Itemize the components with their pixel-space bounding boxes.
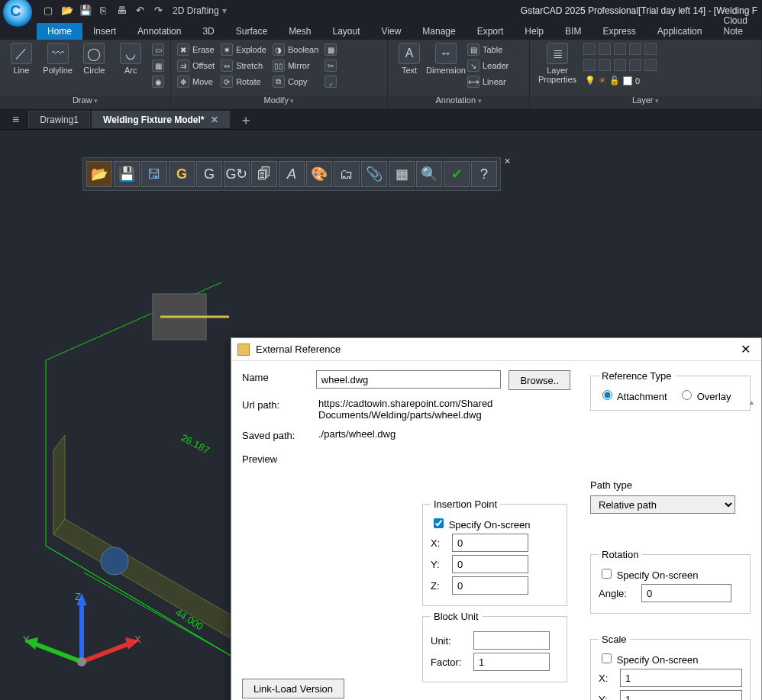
ref-overlay-option[interactable]: Overlay <box>678 391 731 402</box>
cmd-explode[interactable]: ✷Explode <box>219 43 268 56</box>
cmd-leader[interactable]: ↘Leader <box>466 59 510 73</box>
tb-g2-icon[interactable]: G <box>196 161 222 187</box>
tb-check-icon[interactable]: ✔ <box>444 161 470 187</box>
plot-icon[interactable]: 🖶 <box>116 5 127 16</box>
scale-x-input[interactable] <box>620 669 742 687</box>
tab-manage[interactable]: Manage <box>412 23 466 40</box>
linkload-button[interactable]: Link-Load Version <box>242 679 344 698</box>
panel-layer-title[interactable]: Layer <box>530 95 761 109</box>
layer-swatch-icon[interactable] <box>583 43 596 55</box>
layer-swatch-icon[interactable] <box>614 59 626 71</box>
cmd-table[interactable]: ▤Table <box>466 43 510 56</box>
cmd-mod-extra2[interactable]: ✂ <box>323 59 338 73</box>
tab-home[interactable]: Home <box>37 23 82 40</box>
dialog-titlebar[interactable]: External Reference ✕ <box>231 338 761 361</box>
cmd-stretch[interactable]: ⇔Stretch <box>219 59 268 73</box>
layer-swatch-icon[interactable] <box>644 43 657 55</box>
browse-button[interactable]: Browse.. <box>509 370 570 390</box>
tab-layout[interactable]: Layout <box>321 23 370 40</box>
floating-toolbar-close-icon[interactable]: ✕ <box>504 156 511 166</box>
tab-view[interactable]: View <box>371 23 412 40</box>
tb-save-icon[interactable]: 💾 <box>114 161 140 187</box>
floating-toolbar[interactable]: 📂 💾 🖫 G G G↻ 🗐 A 🎨 🗂 📎 ▦ 🔍 ✔ ? ✕ <box>82 157 501 191</box>
layer-swatch-icon[interactable] <box>614 43 626 55</box>
doctab-drawing1[interactable]: Drawing1 <box>28 111 90 128</box>
pathtype-select[interactable]: Relative path <box>590 495 735 514</box>
cmd-mod-extra3[interactable]: ◞ <box>323 75 338 89</box>
cmd-dimension[interactable]: ↔Dimension <box>429 43 463 75</box>
tab-annotation[interactable]: Annotation <box>127 23 192 40</box>
cmd-move[interactable]: ✥Move <box>176 75 216 89</box>
cmd-linear[interactable]: ⟷Linear <box>466 75 510 89</box>
rotation-specify[interactable]: Specify On-screen <box>599 569 699 581</box>
redo-icon[interactable]: ↷ <box>153 5 163 16</box>
tb-text-icon[interactable]: A <box>279 161 305 187</box>
tb-saveall-icon[interactable]: 🖫 <box>141 161 167 187</box>
cmd-arc[interactable]: ◡Arc <box>114 43 147 75</box>
cmd-draw-extra3[interactable]: ◉ <box>150 75 166 89</box>
insertion-specify[interactable]: Specify On-screen <box>431 519 531 531</box>
dialog-close-icon[interactable]: ✕ <box>735 342 755 356</box>
tb-g3-icon[interactable]: G↻ <box>224 161 250 187</box>
panel-modify-title[interactable]: Modify <box>171 95 387 109</box>
saveas-icon[interactable]: ⎘ <box>98 5 108 16</box>
save-icon[interactable]: 💾 <box>79 5 90 16</box>
layer-swatch-icon[interactable] <box>644 59 657 71</box>
cmd-boolean[interactable]: ◑Boolean <box>271 43 320 56</box>
tab-application[interactable]: Application <box>647 23 713 40</box>
tb-find-icon[interactable]: 🗐 <box>251 161 277 187</box>
cmd-rotate[interactable]: ⟳Rotate <box>219 75 268 89</box>
cmd-erase[interactable]: ✖Erase <box>176 43 216 56</box>
panel-draw-title[interactable]: Draw <box>0 95 170 109</box>
tab-express[interactable]: Express <box>592 23 646 40</box>
cmd-layer-properties[interactable]: ≣Layer Properties <box>534 43 580 84</box>
cmd-mod-extra1[interactable]: ▦ <box>323 43 338 56</box>
tb-attach-icon[interactable]: 📎 <box>361 161 387 187</box>
tb-open-icon[interactable]: 📂 <box>86 161 112 187</box>
cmd-draw-extra2[interactable]: ▦ <box>150 59 166 73</box>
open-icon[interactable]: 📂 <box>61 5 72 16</box>
name-input[interactable] <box>316 370 502 389</box>
cmd-line[interactable]: ／Line <box>5 43 38 75</box>
factor-input[interactable] <box>473 653 550 671</box>
cmd-offset[interactable]: ⇉Offset <box>176 59 216 73</box>
workspace-label[interactable]: 2D Drafting <box>173 5 219 16</box>
tb-g1-icon[interactable]: G <box>169 161 195 187</box>
cmd-mirror[interactable]: ▯▯Mirror <box>271 59 320 73</box>
ins-x-input[interactable] <box>452 534 528 552</box>
cmd-polyline[interactable]: 〰Polyline <box>41 43 75 75</box>
tb-zoom-icon[interactable]: 🔍 <box>416 161 442 187</box>
undo-icon[interactable]: ↶ <box>134 5 145 16</box>
cmd-circle[interactable]: ◯Circle <box>78 43 111 75</box>
new-icon[interactable]: ▢ <box>43 5 53 16</box>
tab-mesh[interactable]: Mesh <box>278 23 321 40</box>
angle-input[interactable] <box>641 584 731 602</box>
tb-help-icon[interactable]: ? <box>471 161 497 187</box>
scale-specify[interactable]: Specify On-screen <box>599 654 699 666</box>
tab-export[interactable]: Export <box>467 23 515 40</box>
scale-y-input[interactable] <box>620 690 742 700</box>
dialog-scroll-hint[interactable] <box>747 398 760 700</box>
tab-insert[interactable]: Insert <box>82 23 127 40</box>
layer-swatch-icon[interactable] <box>599 59 611 71</box>
layer-swatch-icon[interactable] <box>583 59 596 71</box>
tab-help[interactable]: Help <box>514 23 554 40</box>
layer-swatch-icon[interactable] <box>599 43 611 55</box>
ref-attach-option[interactable]: Attachment <box>599 391 667 402</box>
layer-swatch-icon[interactable] <box>629 59 641 71</box>
tb-color-icon[interactable]: 🎨 <box>306 161 332 187</box>
doctab-welding[interactable]: Welding Fixture Model*✕ <box>92 111 229 128</box>
layer-current[interactable]: 💡 ☀ 🔓 0 <box>583 75 657 86</box>
tab-bim[interactable]: BIM <box>554 23 592 40</box>
tb-grid-icon[interactable]: ▦ <box>389 161 415 187</box>
cmd-copy[interactable]: ⧉Copy <box>271 75 320 89</box>
close-tab-icon[interactable]: ✕ <box>211 115 218 125</box>
doclist-icon[interactable]: ≡ <box>5 113 27 127</box>
add-tab-icon[interactable]: ＋ <box>231 111 260 129</box>
ins-z-input[interactable] <box>452 576 528 595</box>
tab-surface[interactable]: Surface <box>225 23 278 40</box>
layer-swatch-icon[interactable] <box>629 43 641 55</box>
ins-y-input[interactable] <box>452 555 528 573</box>
unit-input[interactable] <box>473 631 550 650</box>
panel-annotation-title[interactable]: Annotation <box>388 95 529 109</box>
